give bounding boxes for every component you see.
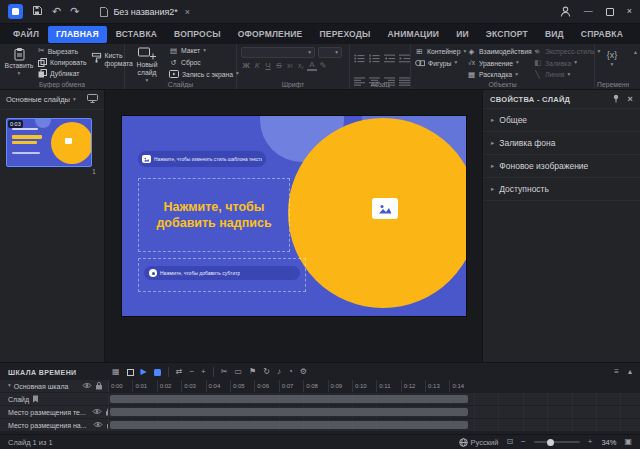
range-button[interactable]: ▭ <box>234 368 242 376</box>
interactions-button[interactable]: ◈ Взаимодействия ▾ <box>467 47 529 56</box>
tab-view[interactable]: ВИД <box>537 26 572 43</box>
tab-animations[interactable]: АНИМАЦИИ <box>380 26 448 43</box>
zoom-out-button[interactable]: − <box>521 438 526 446</box>
format-brush-button[interactable]: Кисть формата <box>91 47 129 68</box>
quick-style-button[interactable]: ★ Экспресс-стиль ▾ <box>533 47 591 56</box>
image-icon <box>377 203 393 215</box>
fill-button[interactable]: ◧ Заливка ▾ <box>533 59 591 68</box>
zoom-slider[interactable] <box>534 441 580 443</box>
marker-button[interactable]: ⚑ <box>249 368 256 376</box>
new-slide-button[interactable]: Новый слайд ▾ <box>129 47 165 84</box>
save-button[interactable] <box>32 5 43 18</box>
timeline-zoom-in-button[interactable]: + <box>201 368 206 376</box>
trim-button[interactable]: ✂ <box>221 368 228 376</box>
tab-home[interactable]: ГЛАВНАЯ <box>48 26 107 43</box>
tab-help[interactable]: СПРАВКА <box>573 26 631 43</box>
visibility-toggle[interactable] <box>92 408 102 416</box>
tab-transitions[interactable]: ПЕРЕХОДЫ <box>311 26 378 43</box>
loop-button[interactable]: ↻ <box>263 368 270 376</box>
ribbon-collapse-button[interactable]: ▴ <box>634 48 637 55</box>
bold-button[interactable]: Ж <box>241 61 251 71</box>
track-bar-placeholder-title[interactable] <box>110 421 468 429</box>
monitor-icon[interactable] <box>87 94 98 105</box>
slide-canvas[interactable]: Нажмите, чтобы изменить стиль шаблона те… <box>105 90 482 362</box>
font-size-select[interactable]: ▾ <box>318 47 342 58</box>
indent-decrease-button[interactable] <box>384 49 395 67</box>
redo-button[interactable]: ↷ <box>70 6 79 17</box>
collapse-timeline-button[interactable]: ▴ <box>628 368 632 376</box>
zoom-in-button[interactable]: + <box>588 438 593 446</box>
numbered-list-button[interactable] <box>369 49 380 67</box>
tab-file[interactable]: ФАЙЛ <box>5 26 47 43</box>
template-style-placeholder[interactable]: Нажмите, чтобы изменить стиль шаблона те… <box>138 151 266 167</box>
clock-button[interactable]: ◔ <box>288 368 293 376</box>
image-placeholder[interactable] <box>372 198 398 219</box>
paste-button[interactable]: Вставить ▾ <box>4 47 34 77</box>
timeline-zoom-out-button[interactable]: − <box>189 368 194 376</box>
duplicate-button[interactable]: Дубликат <box>38 69 87 78</box>
visibility-toggle[interactable] <box>82 382 92 390</box>
timeline-menu-button[interactable]: ≡ <box>614 368 619 376</box>
play-button[interactable]: ▶ <box>141 368 147 376</box>
slide[interactable]: Нажмите, чтобы изменить стиль шаблона те… <box>122 116 466 316</box>
equation-button[interactable]: √x Уравнение ▾ <box>467 59 529 68</box>
bullet-list-button[interactable] <box>354 49 365 67</box>
reset-button[interactable]: ↺ Сброс <box>169 59 239 67</box>
tab-export[interactable]: ЭКСПОРТ <box>478 26 536 43</box>
highlight-button[interactable]: ✎ <box>318 61 328 71</box>
layout-button[interactable]: ▤ Макет ▾ <box>169 47 239 55</box>
pin-button[interactable] <box>612 94 620 105</box>
timeline-ruler[interactable]: 0:00 0:01 0:02 0:03 0:04 0:05 0:06 0:07 … <box>108 380 640 392</box>
user-avatar-button[interactable] <box>560 3 571 21</box>
timeline-settings-button[interactable]: ⚙ <box>300 368 307 376</box>
visibility-toggle[interactable] <box>93 421 103 429</box>
document-close-button[interactable]: × <box>185 7 190 17</box>
section-accessibility[interactable]: ▸ Доступность <box>483 178 640 201</box>
close-properties-button[interactable]: × <box>627 95 633 104</box>
sound-button[interactable]: ♪ <box>277 368 281 376</box>
fit-timeline-button[interactable]: ⇄ <box>176 368 183 376</box>
zoom-slider-handle[interactable] <box>547 439 554 446</box>
fit-page-button[interactable]: ▣ <box>624 438 632 446</box>
screen-record-button[interactable]: Запись с экрана ▾ <box>169 70 239 78</box>
container-button[interactable]: ⊞ Контейнер ▾ <box>415 47 463 56</box>
minimize-button[interactable]: — <box>584 7 593 16</box>
close-button[interactable]: × <box>627 7 632 16</box>
lock-toggle[interactable] <box>95 381 103 391</box>
font-family-select[interactable]: ▾ <box>241 47 315 58</box>
stop-button[interactable] <box>127 369 134 376</box>
title-placeholder[interactable]: Нажмите, чтобы добавить надпись <box>138 178 290 252</box>
section-background-fill[interactable]: ▸ Заливка фона <box>483 132 640 155</box>
language-button[interactable]: Русский <box>459 438 499 447</box>
section-general[interactable]: ▸ Общее <box>483 109 640 132</box>
track-bar-placeholder-text[interactable] <box>110 408 468 416</box>
subtitle-placeholder[interactable]: Нажмите, чтобы добавить субтитр <box>138 258 306 292</box>
maximize-button[interactable] <box>606 8 614 16</box>
view-mode-button[interactable]: ▦ <box>112 368 120 376</box>
app-logo-icon[interactable] <box>8 4 23 19</box>
tab-design[interactable]: ОФОРМЛЕНИЕ <box>230 26 311 43</box>
shapes-button[interactable]: Фигуры ▾ <box>415 59 463 68</box>
record-button[interactable] <box>154 369 161 376</box>
underline-button[interactable]: Ч <box>263 61 273 71</box>
undo-button[interactable]: ↶ <box>52 6 61 17</box>
layout-grid-button[interactable]: ▦ Раскладка ▾ <box>467 70 529 79</box>
tab-questions[interactable]: ВОПРОСЫ <box>166 26 229 43</box>
collapse-track-icon[interactable]: ▾ <box>8 383 11 389</box>
cut-button[interactable]: ✂ Вырезать <box>38 47 87 55</box>
italic-button[interactable]: К <box>252 61 262 71</box>
section-background-image[interactable]: ▸ Фоновое изображение <box>483 155 640 178</box>
superscript-button[interactable]: x² <box>285 61 295 71</box>
tab-insert[interactable]: ВСТАВКА <box>108 26 165 43</box>
strikethrough-button[interactable]: S <box>274 61 284 71</box>
font-color-button[interactable]: А <box>307 61 317 71</box>
fit-slide-button[interactable]: ⊡ <box>506 438 513 446</box>
indent-increase-button[interactable] <box>399 49 410 67</box>
subscript-button[interactable]: x₂ <box>296 61 306 71</box>
tab-ai[interactable]: ИИ <box>448 26 477 43</box>
slides-view-dropdown[interactable]: Основные слайды ▾ <box>0 90 104 110</box>
line-button[interactable]: ╲ Линия ▾ <box>533 70 591 79</box>
copy-button[interactable]: Копировать <box>38 58 87 67</box>
track-bar-slide[interactable] <box>110 395 468 403</box>
variables-button[interactable]: {x} ▾ <box>599 47 625 67</box>
